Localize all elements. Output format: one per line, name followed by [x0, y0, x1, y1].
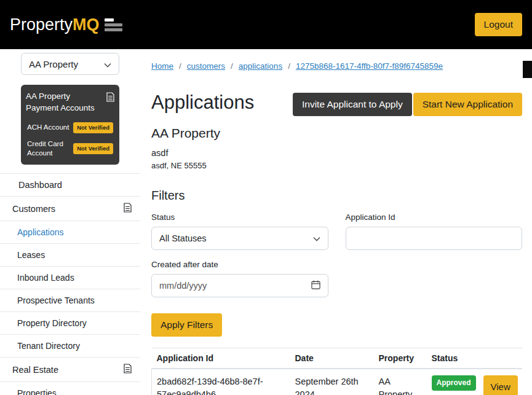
- payment-accounts-title: AA Property Payment Accounts: [26, 91, 103, 114]
- filters-spacer: [346, 260, 523, 297]
- calendar-icon[interactable]: [311, 280, 320, 291]
- table-header-row: Application Id Date Property Status: [152, 348, 523, 369]
- cell-actions: View: [478, 369, 523, 395]
- breadcrumb: Homecustomersapplications1275b868-1617-4…: [151, 61, 522, 71]
- not-verified-badge: Not Verified: [73, 122, 113, 133]
- sidebar-item-properties[interactable]: Properties: [0, 381, 140, 395]
- header: PropertyMQ Logout: [0, 0, 532, 49]
- logo-bars-icon: [105, 18, 122, 31]
- created-after-date-label: Created after date: [151, 260, 328, 269]
- col-header-actions: [478, 348, 523, 369]
- chevron-down-icon: [313, 233, 320, 243]
- filters-heading: Filters: [151, 189, 522, 203]
- breadcrumb-home[interactable]: Home: [151, 61, 173, 71]
- application-id-input[interactable]: [346, 227, 523, 250]
- date-input-wrapper: [151, 274, 328, 297]
- sidebar-item-tenant-directory[interactable]: Tenant Directory: [0, 334, 140, 357]
- logo-text-property: Property: [10, 15, 73, 34]
- cell-property: AA Property: [374, 369, 427, 395]
- sidebar: AA Property AA Property Payment Accounts…: [0, 49, 140, 395]
- chevron-down-icon: [104, 59, 111, 69]
- application-id-field: Application Id: [346, 213, 523, 250]
- not-verified-badge: Not Verified: [73, 143, 113, 154]
- title-actions: Invite Applicant to Apply Start New Appl…: [293, 93, 522, 116]
- status-badge: Approved: [432, 375, 476, 391]
- sidebar-item-dashboard[interactable]: Dashboard: [0, 173, 140, 196]
- col-header-application-id: Application Id: [152, 348, 290, 369]
- col-header-property: Property: [374, 348, 427, 369]
- logo-text-mq: MQ: [73, 15, 100, 34]
- layout: AA Property AA Property Payment Accounts…: [0, 49, 532, 395]
- sidebar-nav: Dashboard Customers Applications Leases …: [0, 173, 140, 395]
- col-header-date: Date: [290, 348, 374, 369]
- status-label: Status: [151, 213, 328, 222]
- sidebar-item-leases[interactable]: Leases: [0, 243, 140, 266]
- cell-status: Approved: [427, 369, 478, 395]
- property-address-line2: asdf, NE 55555: [151, 161, 522, 170]
- status-select[interactable]: All Statuses: [151, 227, 328, 250]
- logout-button[interactable]: Logout: [475, 13, 522, 36]
- sidebar-item-inbound-leads[interactable]: Inbound Leads: [0, 266, 140, 289]
- invite-applicant-button[interactable]: Invite Applicant to Apply: [293, 93, 412, 116]
- property-name-heading: AA Property: [151, 126, 522, 141]
- created-after-date-field: Created after date: [151, 260, 328, 297]
- start-new-application-button[interactable]: Start New Application: [413, 93, 522, 116]
- breadcrumb-customers[interactable]: customers: [187, 61, 225, 71]
- breadcrumb-applications[interactable]: applications: [239, 61, 282, 71]
- status-field: Status All Statuses: [151, 213, 328, 250]
- application-id-label: Application Id: [346, 213, 523, 222]
- breadcrumb-application-id[interactable]: 1275b868-1617-4ffb-80f7-f89f6745859e: [296, 61, 443, 71]
- payment-account-label: ACH Account: [27, 123, 69, 132]
- property-selector-value: AA Property: [29, 59, 78, 69]
- payment-account-row-credit-card[interactable]: Credit Card Account Not Verified: [26, 136, 114, 161]
- cell-application-id: 2bad682f-139d-46b8-8e7f-57ec9a9db4b6: [152, 369, 290, 395]
- document-icon: [124, 203, 132, 214]
- sidebar-item-customers[interactable]: Customers: [0, 196, 140, 221]
- applications-table: Application Id Date Property Status 2bad…: [151, 348, 522, 395]
- document-icon: [106, 92, 114, 114]
- property-selector[interactable]: AA Property: [21, 53, 119, 75]
- status-select-value: All Statuses: [159, 233, 207, 243]
- table-row: 2bad682f-139d-46b8-8e7f-57ec9a9db4b6 Sep…: [152, 369, 523, 395]
- property-address-line1: asdf: [151, 148, 522, 158]
- view-button[interactable]: View: [483, 375, 518, 395]
- title-row: Applications Invite Applicant to Apply S…: [151, 92, 522, 116]
- col-header-status: Status: [427, 348, 478, 369]
- payment-account-label: Credit Card Account: [27, 139, 69, 158]
- scrollbar-thumb[interactable]: [523, 61, 532, 78]
- logo: PropertyMQ: [10, 15, 122, 34]
- sidebar-item-property-directory[interactable]: Property Directory: [0, 311, 140, 334]
- created-after-date-input[interactable]: [159, 281, 306, 291]
- sidebar-item-applications[interactable]: Applications: [0, 221, 140, 243]
- payment-account-row-ach[interactable]: ACH Account Not Verified: [26, 119, 114, 136]
- document-icon: [124, 364, 132, 375]
- page-title: Applications: [151, 92, 254, 114]
- payment-accounts-card: AA Property Payment Accounts ACH Account…: [21, 85, 119, 165]
- filters-form: Status All Statuses Application Id Creat…: [151, 213, 522, 297]
- apply-filters-button[interactable]: Apply Filters: [151, 313, 222, 337]
- cell-date: September 26th 2024: [290, 369, 374, 395]
- sidebar-item-prospective-tenants[interactable]: Prospective Tenants: [0, 289, 140, 311]
- sidebar-item-real-estate[interactable]: Real Estate: [0, 357, 140, 381]
- main-content: Homecustomersapplications1275b868-1617-4…: [140, 49, 532, 395]
